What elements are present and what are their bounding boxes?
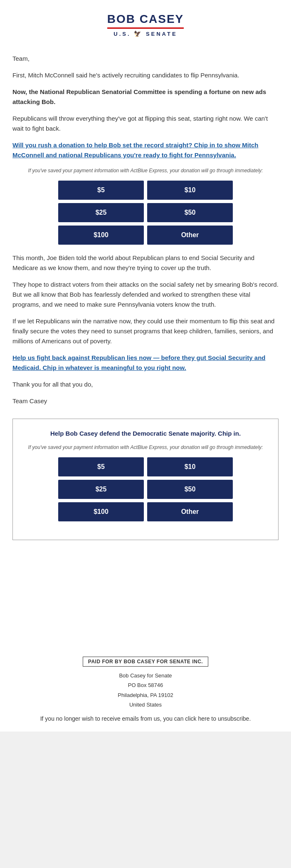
donate-other-btn-1[interactable]: Other — [147, 226, 233, 245]
box-actblue-note: If you've saved your payment information… — [25, 444, 266, 451]
thank-you: Thank you for all that you do, — [12, 379, 279, 389]
footer-unsubscribe[interactable]: If you no longer wish to receive emails … — [8, 714, 283, 723]
donate-25-btn-2[interactable]: $25 — [58, 480, 144, 499]
donate-25-btn-1[interactable]: $25 — [58, 203, 144, 222]
paragraph2-bold: Now, the National Republican Senatorial … — [12, 88, 266, 105]
footer-city: Philadelphia, PA 19102 — [8, 690, 283, 700]
logo-name: BOB CASEY — [107, 12, 184, 29]
paragraph1: First, Mitch McConnell said he's activel… — [12, 70, 279, 80]
footer-org: Bob Casey for Senate — [8, 671, 283, 680]
paragraph3: Republicans will throw everything they'v… — [12, 114, 279, 134]
subtitle-right: SENATE — [146, 31, 178, 37]
cta-link1[interactable]: Will you rush a donation to help Bob set… — [12, 140, 279, 160]
subtitle-left: U.S. — [113, 31, 131, 37]
donation-grid-2: $5 $10 $25 $50 $100 Other — [58, 457, 233, 521]
cta-link2[interactable]: Help us fight back against Republican li… — [12, 353, 279, 373]
logo-subtitle: U.S. 🦅 SENATE — [8, 30, 283, 37]
paragraph5: They hope to distract voters from their … — [12, 280, 279, 310]
paid-for-box: PAID FOR BY BOB CASEY FOR SENATE INC. — [83, 657, 208, 667]
footer-section: PAID FOR BY BOB CASEY FOR SENATE INC. Bo… — [0, 644, 291, 732]
box-title: Help Bob Casey defend the Democratic Sen… — [25, 429, 266, 439]
donation-box: Help Bob Casey defend the Democratic Sen… — [12, 419, 279, 540]
donate-100-btn-1[interactable]: $100 — [58, 226, 144, 245]
donate-50-btn-2[interactable]: $50 — [147, 480, 233, 499]
donate-10-btn-2[interactable]: $10 — [147, 457, 233, 476]
paragraph4: This month, Joe Biden told the world abo… — [12, 253, 279, 273]
donate-10-btn-1[interactable]: $10 — [147, 181, 233, 200]
paragraph2: Now, the National Republican Senatorial … — [12, 87, 279, 107]
eagle-icon: 🦅 — [134, 30, 143, 37]
donate-100-btn-2[interactable]: $100 — [58, 502, 144, 521]
email-body: Team, First, Mitch McConnell said he's a… — [0, 45, 291, 644]
email-wrapper: BOB CASEY U.S. 🦅 SENATE Team, First, Mit… — [0, 0, 291, 732]
cta-link1-anchor[interactable]: Will you rush a donation to help Bob set… — [12, 141, 259, 159]
donate-other-btn-2[interactable]: Other — [147, 502, 233, 521]
logo-section: BOB CASEY U.S. 🦅 SENATE — [0, 0, 291, 45]
footer-country: United States — [8, 700, 283, 709]
donation-grid-1: $5 $10 $25 $50 $100 Other — [58, 181, 233, 245]
donate-5-btn-1[interactable]: $5 — [58, 181, 144, 200]
footer-address: Bob Casey for Senate PO Box 58746 Philad… — [8, 671, 283, 710]
unsubscribe-text: If you no longer wish to receive emails … — [40, 715, 251, 722]
spacer — [12, 553, 279, 636]
paragraph6: If we let Republicans win the narrative … — [12, 316, 279, 346]
sign-off: Team Casey — [12, 396, 279, 406]
donate-5-btn-2[interactable]: $5 — [58, 457, 144, 476]
cta-link2-anchor[interactable]: Help us fight back against Republican li… — [12, 354, 265, 371]
donate-50-btn-1[interactable]: $50 — [147, 203, 233, 222]
greeting: Team, — [12, 54, 279, 64]
footer-pobox: PO Box 58746 — [8, 680, 283, 690]
actblue-note1: If you've saved your payment information… — [12, 167, 279, 175]
